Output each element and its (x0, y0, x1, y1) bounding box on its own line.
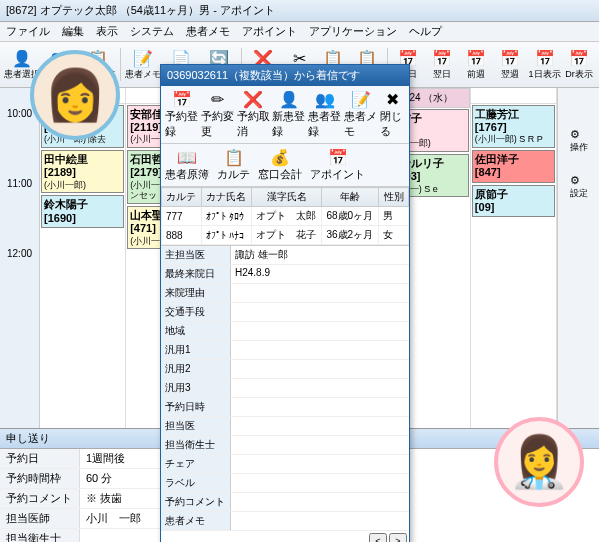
col-漢字氏名[interactable]: 漢字氏名 (251, 188, 322, 207)
operate-icon[interactable]: ⚙操作 (570, 128, 588, 154)
menu-file[interactable]: ファイル (6, 24, 50, 39)
前週-icon: 📅 (466, 48, 486, 68)
menu-memo[interactable]: 患者メモ (186, 24, 230, 39)
toolbar-1日表示[interactable]: 📅1日表示 (528, 46, 561, 83)
info-担当衛生士: 担当衛生士 (0, 529, 80, 542)
popup-カルテ[interactable]: 📋カルテ (217, 148, 250, 182)
popup-患者メモ[interactable]: 📝患者メモ (344, 90, 378, 139)
menu-appoint[interactable]: アポイント (242, 24, 297, 39)
popup-患者原簿[interactable]: 📖患者原簿 (165, 148, 209, 182)
toolbar-翌日[interactable]: 📅翌日 (426, 46, 458, 83)
appointment-card[interactable]: 佐田洋子[847] (472, 150, 555, 182)
field-担当衛生士: 担当衛生士 (161, 436, 231, 454)
Dr表示-icon: 📅 (569, 48, 589, 68)
field-汎用3: 汎用3 (161, 379, 231, 397)
toolbar-前週[interactable]: 📅前週 (460, 46, 492, 83)
patient-row[interactable]: 888ｵﾌﾟﾄ ﾊﾅｺオプト 花子36歳2ヶ月女 (162, 226, 409, 245)
field-汎用2: 汎用2 (161, 360, 231, 378)
nav-next[interactable]: > (389, 533, 407, 542)
field-予約日時: 予約日時 (161, 398, 231, 416)
time-column: 10:00 11:00 12:00 (0, 88, 40, 428)
menu-help[interactable]: ヘルプ (409, 24, 442, 39)
field-ラベル: ラベル (161, 474, 231, 492)
field-地域: 地域 (161, 322, 231, 340)
field-最終来院日: 最終来院日 (161, 265, 231, 283)
time-1000: 10:00 (0, 106, 39, 176)
field-交通手段: 交通手段 (161, 303, 231, 321)
patient-row[interactable]: 777ｵﾌﾟﾄ ﾀﾛｳオプト 太郎68歳0ヶ月男 (162, 207, 409, 226)
settings-icon[interactable]: ⚙設定 (570, 174, 588, 200)
toolbar-翌週[interactable]: 📅翌週 (494, 46, 526, 83)
popup-患者登録[interactable]: 👥患者登録 (308, 90, 342, 139)
appointment-card[interactable]: 鈴木陽子[1690] (41, 195, 124, 227)
field-患者メモ: 患者メモ (161, 512, 231, 530)
right-panel: ⚙操作 ⚙設定 (557, 88, 599, 428)
popup-窓口会計[interactable]: 💰窓口会計 (258, 148, 302, 182)
field-チェア: チェア (161, 455, 231, 473)
toolbar-患者メモ[interactable]: 📝患者メモ (125, 46, 161, 83)
menu-system[interactable]: システム (130, 24, 174, 39)
appointment-card[interactable]: 工藤芳江[1767](小川一郎) S R P (472, 105, 555, 148)
nav-prev[interactable]: < (369, 533, 387, 542)
popup-title: 0369032611（複数該当）から着信です (161, 65, 409, 86)
patient-table[interactable]: カルテカナ氏名漢字氏名年齢性別 777ｵﾌﾟﾄ ﾀﾛｳオプト 太郎68歳0ヶ月男… (161, 187, 409, 245)
menu-bar: ファイル 編集 表示 システム 患者メモ アポイント アプリケーション ヘルプ (0, 22, 599, 42)
popup-toolbar-1: 📅予約登録✏予約変更❌予約取消👤新患登録👥患者登録📝患者メモ✖閉じる (161, 86, 409, 144)
toolbar-Dr表示[interactable]: 📅Dr表示 (563, 46, 595, 83)
患者選択-icon: 👤 (12, 48, 32, 68)
time-1100: 11:00 (0, 176, 39, 246)
menu-view[interactable]: 表示 (96, 24, 118, 39)
popup-新患登録[interactable]: 👤新患登録 (272, 90, 306, 139)
1日表示-icon: 📅 (535, 48, 555, 68)
window-title: [8672] オプテック太郎 （54歳11ヶ月）男 - アポイント (0, 0, 599, 22)
caller-avatar-icon: 👩 (30, 50, 120, 140)
info-予約時間枠: 予約時間枠 (0, 469, 80, 488)
info-予約コメント: 予約コメント (0, 489, 80, 508)
field-主担当医: 主担当医 (161, 246, 231, 264)
popup-アポイント[interactable]: 📅アポイント (310, 148, 365, 182)
翌日-icon: 📅 (432, 48, 452, 68)
popup-予約取消[interactable]: ❌予約取消 (237, 90, 271, 139)
popup-nav: < > (161, 531, 409, 542)
field-汎用1: 汎用1 (161, 341, 231, 359)
appointment-card[interactable]: 原節子[09] (472, 185, 555, 217)
field-予約コメント: 予約コメント (161, 493, 231, 511)
col-カルテ[interactable]: カルテ (162, 188, 202, 207)
time-1200: 12:00 (0, 246, 39, 316)
menu-app[interactable]: アプリケーション (309, 24, 397, 39)
info-予約日: 予約日 (0, 449, 80, 468)
翌週-icon: 📅 (500, 48, 520, 68)
popup-予約登録[interactable]: 📅予約登録 (165, 90, 199, 139)
info-担当医師: 担当医師 (0, 509, 80, 528)
field-担当医: 担当医 (161, 417, 231, 435)
col-年齢[interactable]: 年齢 (322, 188, 379, 207)
appointment-card[interactable]: 田中絵里[2189](小川一郎) (41, 150, 124, 193)
patient-fields: 主担当医諏訪 雄一郎最終来院日H24.8.9来院理由交通手段地域汎用1汎用2汎用… (161, 245, 409, 531)
popup-予約変更[interactable]: ✏予約変更 (201, 90, 235, 139)
menu-edit[interactable]: 編集 (62, 24, 84, 39)
field-来院理由: 来院理由 (161, 284, 231, 302)
nurse-avatar-icon: 👩‍⚕️ (494, 417, 584, 507)
col-性別[interactable]: 性別 (379, 188, 409, 207)
col-カナ氏名[interactable]: カナ氏名 (201, 188, 251, 207)
caller-popup: 0369032611（複数該当）から着信です 📅予約登録✏予約変更❌予約取消👤新… (160, 64, 410, 542)
popup-閉じる[interactable]: ✖閉じる (380, 90, 405, 139)
popup-toolbar-2: 📖患者原簿📋カルテ💰窓口会計📅アポイント (161, 144, 409, 187)
患者メモ-icon: 📝 (133, 48, 153, 68)
